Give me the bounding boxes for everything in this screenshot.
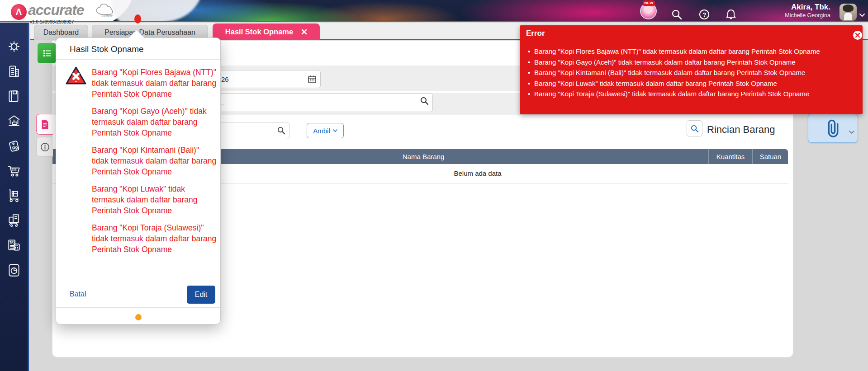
tab-hasil-stok-opname[interactable]: Hasil Stok Opname (213, 23, 320, 40)
popup-error-list: Barang "Kopi Flores Bajawa (NTT)" tidak … (92, 67, 218, 261)
sidebar-item-company building-icon[interactable] (6, 64, 22, 79)
logo-mark: Λ (16, 7, 22, 17)
hasil-stok-opname-popup: Hasil Stok Opname Barang "Kopi Flores Ba… (56, 38, 221, 324)
sidebar-item-sales price-tag-rp-icon[interactable]: Rp (6, 138, 22, 154)
top-navbar: Λ accurate online NEW ? Akira, Tbk. Mich… (0, 0, 868, 22)
toast-title: Error (526, 29, 545, 38)
popup-error-item: Barang "Kopi Luwak" tidak termasuk dalam… (92, 183, 218, 216)
sidebar-item-inventory hand-truck-icon[interactable] (6, 188, 22, 203)
user-menu-chevron-down-icon[interactable] (859, 11, 865, 19)
info-icon (40, 142, 50, 152)
error-toast: Error Barang "Kopi Flores Bajawa (NTT)" … (520, 25, 863, 114)
sidebar: Rp TAX (0, 23, 29, 371)
popup-error-item: Barang "Kopi Kintamani (Bali)" tidak ter… (92, 145, 218, 177)
sidebar-item-settings gear-icon[interactable] (6, 39, 22, 54)
sidebar-item-journal book-icon[interactable] (6, 89, 22, 104)
svg-text:?: ? (703, 11, 707, 18)
popup-title: Hasil Stok Opname (70, 44, 144, 54)
ambil-button[interactable]: Ambil (307, 123, 344, 138)
sidebar-item-tax tax-document-icon[interactable]: TAX (6, 238, 22, 253)
sidebar-item-cash-bank bank-icon[interactable] (6, 113, 22, 129)
calendar-icon[interactable] (308, 75, 317, 85)
toast-error-item: Barang "Kopi Kintamani (Bali)" tidak ter… (527, 67, 854, 78)
search-icon[interactable] (671, 9, 683, 20)
popup-error-item: Barang "Kopi Gayo (Aceh)" tidak termasuk… (92, 106, 218, 138)
section-title-rincian-barang: Rincian Barang (707, 124, 793, 136)
tab-label: Dashboard (43, 28, 79, 37)
user-name: Michelle Georgina (742, 12, 830, 19)
attachment-button[interactable] (808, 114, 858, 143)
column-header-satuan[interactable]: Satuan (753, 149, 788, 164)
chevron-down-icon (333, 129, 337, 132)
popup-error-item: Barang "Kopi Toraja (Sulawesi)" tidak te… (92, 222, 218, 255)
column-header-nama-barang[interactable]: Nama Barang (288, 149, 559, 164)
help-icon[interactable]: ? (698, 9, 710, 20)
sidebar-item-assets building-car-icon[interactable] (6, 213, 22, 228)
notifications-bell-icon[interactable] (725, 9, 737, 20)
logo-text: accurate (28, 2, 84, 19)
toast-error-item: Barang "Kopi Luwak" tidak termasuk dalam… (527, 78, 854, 89)
document-icon (41, 119, 49, 129)
company-name: Akira, Tbk. (742, 3, 830, 12)
tab-close-icon[interactable] (301, 29, 307, 35)
paperclip-icon (825, 119, 841, 138)
tab-label: Hasil Stok Opname (225, 28, 293, 36)
list-icon (42, 48, 52, 58)
app-version: v1.0.1#3993-2598927 (30, 19, 74, 24)
rincian-search-button[interactable] (687, 120, 702, 136)
info-side-tab[interactable] (36, 137, 53, 157)
error-warning-icon (65, 65, 87, 89)
toast-close-icon[interactable] (853, 30, 863, 40)
search-magnifier-icon (690, 124, 699, 133)
popup-error-item: Barang "Kopi Flores Bajawa (NTT)" tidak … (92, 67, 218, 99)
logo-sub-label: online (102, 14, 113, 18)
new-badge: NEW (643, 0, 655, 6)
carousel-dot[interactable] (135, 314, 142, 320)
menu-list-button[interactable] (38, 43, 56, 63)
column-header-kuantitas[interactable]: Kuantitas (709, 149, 752, 164)
ambil-label: Ambil (313, 127, 330, 135)
screen: Λ accurate online NEW ? Akira, Tbk. Mich… (0, 0, 868, 371)
accurate-logo-icon: Λ (11, 4, 27, 20)
sidebar-item-purchases cart-icon[interactable] (6, 163, 22, 178)
toast-error-item: Barang "Kopi Flores Bajawa (NTT)" tidak … (527, 46, 854, 57)
cloud-online-icon: online (94, 4, 118, 21)
svg-text:TAX: TAX (9, 241, 15, 244)
navbar-gray-swoosh (109, 0, 209, 22)
toast-error-item: Barang "Kopi Toraja (Sulawesi)" tidak te… (527, 89, 854, 99)
document-side-tab[interactable] (36, 114, 53, 135)
divider (56, 59, 220, 60)
recording-dot (134, 14, 141, 23)
toast-error-list: Barang "Kopi Flores Bajawa (NTT)" tidak … (527, 46, 854, 99)
chevron-down-icon (849, 131, 854, 134)
search-magnifier-icon[interactable] (420, 96, 429, 107)
divider (56, 307, 220, 308)
tab-label: Persiapan Data Perusahaan (104, 28, 195, 37)
item-search-magnifier-icon[interactable] (277, 126, 285, 136)
sidebar-item-reports pie-report-icon[interactable] (6, 263, 22, 278)
user-block[interactable]: Akira, Tbk. Michelle Georgina (742, 3, 830, 19)
cancel-link[interactable]: Batal (70, 290, 86, 298)
edit-button[interactable]: Edit (187, 286, 215, 304)
user-avatar[interactable] (840, 4, 857, 21)
empty-state-text: Belum ada data (387, 169, 568, 177)
toast-error-item: Barang "Kopi Gayo (Aceh)" tidak termasuk… (527, 57, 854, 68)
